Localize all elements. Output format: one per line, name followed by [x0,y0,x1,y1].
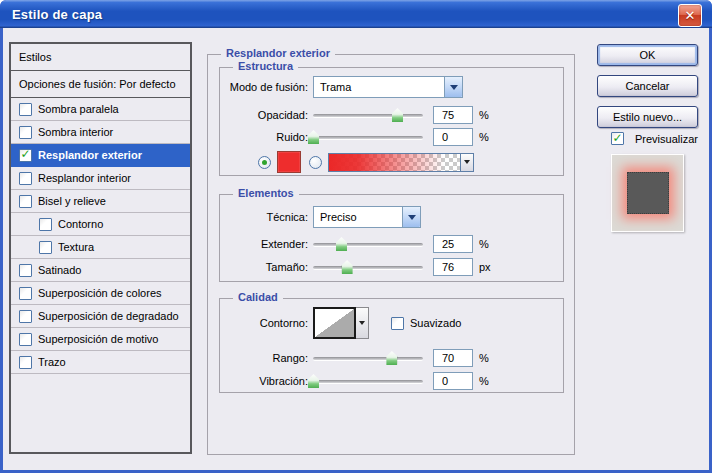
preview-label: Previsualizar [635,133,698,145]
new-style-button[interactable]: Estilo nuevo... [597,106,698,128]
checkbox-icon[interactable] [39,218,52,231]
chevron-down-icon[interactable] [402,207,420,227]
technique-value: Preciso [314,211,402,223]
range-input[interactable] [433,349,473,367]
range-row: Rango: % [220,349,563,367]
dialog-content: Estilos Opciones de fusión: Por defecto … [3,28,709,470]
contour-dropdown-icon[interactable] [356,307,369,339]
spread-row: Extender: % [220,235,563,253]
sidebar-item-label: Superposición de colores [38,287,162,299]
size-input[interactable] [433,258,473,276]
cancel-button[interactable]: Cancelar [597,75,698,97]
jitter-slider[interactable] [313,373,425,389]
sidebar-item-bisel-y-relieve[interactable]: Bisel y relieve [11,190,190,213]
sidebar-item-superposicion-de-motivo[interactable]: Superposición de motivo [11,328,190,351]
checkbox-icon[interactable] [19,356,32,369]
close-icon: ✕ [685,9,696,22]
jitter-row: Vibración: % [220,372,563,390]
checkbox-icon[interactable] [19,195,32,208]
preview-thumbnail [611,154,684,232]
slider-thumb[interactable] [342,260,353,274]
slider-track[interactable] [313,243,423,247]
sidebar-item-contorno[interactable]: Contorno [11,213,190,236]
glow-color-swatch[interactable] [277,151,301,173]
size-label: Tamaño: [220,261,308,273]
dialog-title: Estilo de capa [0,7,102,22]
blending-options-item[interactable]: Opciones de fusión: Por defecto [11,71,190,98]
blend-mode-value: Trama [314,81,444,93]
panel-title: Resplandor exterior [221,47,335,59]
slider-thumb[interactable] [386,351,397,365]
checkbox-icon[interactable] [19,149,32,162]
opacity-unit: % [479,109,489,121]
sidebar-item-label: Superposición de motivo [38,333,158,345]
technique-select[interactable]: Preciso [313,206,421,228]
contour-thumbnail[interactable] [313,307,356,339]
checkbox-icon[interactable] [19,310,32,323]
noise-slider[interactable] [313,129,425,145]
spread-input[interactable] [433,235,473,253]
solid-color-radio[interactable] [258,156,271,169]
jitter-input[interactable] [433,372,473,390]
checkbox-icon[interactable] [19,103,32,116]
elements-title: Elementos [233,187,299,199]
sidebar-item-superposicion-de-degradado[interactable]: Superposición de degradado [11,305,190,328]
checkbox-icon[interactable] [19,333,32,346]
ok-button[interactable]: OK [597,44,698,66]
slider-track[interactable] [313,136,423,140]
blend-mode-select[interactable]: Trama [313,76,463,98]
sidebar-item-sombra-paralela[interactable]: Sombra paralela [11,98,190,121]
contour-row: Contorno: Suavizado [220,307,563,339]
noise-input[interactable] [433,128,473,146]
styles-header[interactable]: Estilos [11,44,190,71]
size-slider[interactable] [313,259,425,275]
checkbox-icon[interactable] [19,287,32,300]
antialias-checkbox[interactable] [391,317,404,330]
slider-thumb[interactable] [336,237,347,251]
opacity-slider[interactable] [313,107,425,123]
checkbox-icon[interactable] [39,241,52,254]
sidebar-item-label: Bisel y relieve [38,195,106,207]
noise-label: Ruido: [220,131,308,143]
sidebar-item-label: Satinado [38,264,81,276]
sidebar-item-label: Superposición de degradado [38,310,179,322]
sidebar-item-resplandor-interior[interactable]: Resplandor interior [11,167,190,190]
gradient-dropdown-icon[interactable] [461,153,474,172]
gradient-picker[interactable] [328,153,461,172]
sidebar-item-superposicion-de-colores[interactable]: Superposición de colores [11,282,190,305]
checkbox-icon[interactable] [19,126,32,139]
layer-style-dialog: Estilo de capa ✕ Estilos Opciones de fus… [0,0,712,473]
blend-mode-row: Modo de fusión: Trama [220,76,563,98]
slider-track[interactable] [313,114,423,118]
sidebar-item-satinado[interactable]: Satinado [11,259,190,282]
chevron-down-icon[interactable] [444,77,462,97]
technique-label: Técnica: [220,211,308,223]
slider-thumb[interactable] [308,374,319,388]
sidebar-item-textura[interactable]: Textura [11,236,190,259]
close-button[interactable]: ✕ [678,4,702,27]
checkbox-icon[interactable] [19,264,32,277]
contour-label: Contorno: [220,317,308,329]
spread-slider[interactable] [313,236,425,252]
slider-thumb[interactable] [392,108,403,122]
slider-track[interactable] [313,266,423,270]
styles-list: Estilos Opciones de fusión: Por defecto … [9,42,192,454]
sidebar-item-label: Resplandor interior [38,172,131,184]
slider-track[interactable] [313,380,423,384]
opacity-label: Opacidad: [220,109,308,121]
noise-unit: % [479,131,489,143]
sidebar-item-trazo[interactable]: Trazo [11,351,190,374]
gradient-radio[interactable] [309,156,322,169]
size-row: Tamaño: px [220,258,563,276]
elements-group: Elementos Técnica: Preciso Extender: [219,194,564,282]
slider-track[interactable] [313,357,423,361]
noise-row: Ruido: % [220,128,563,146]
sidebar-item-sombra-interior[interactable]: Sombra interior [11,121,190,144]
slider-thumb[interactable] [308,130,319,144]
checkbox-icon[interactable] [19,172,32,185]
sidebar-item-resplandor-exterior[interactable]: Resplandor exterior [11,144,190,167]
range-slider[interactable] [313,350,425,366]
range-label: Rango: [220,352,308,364]
preview-checkbox[interactable] [611,132,624,145]
opacity-input[interactable] [433,106,473,124]
